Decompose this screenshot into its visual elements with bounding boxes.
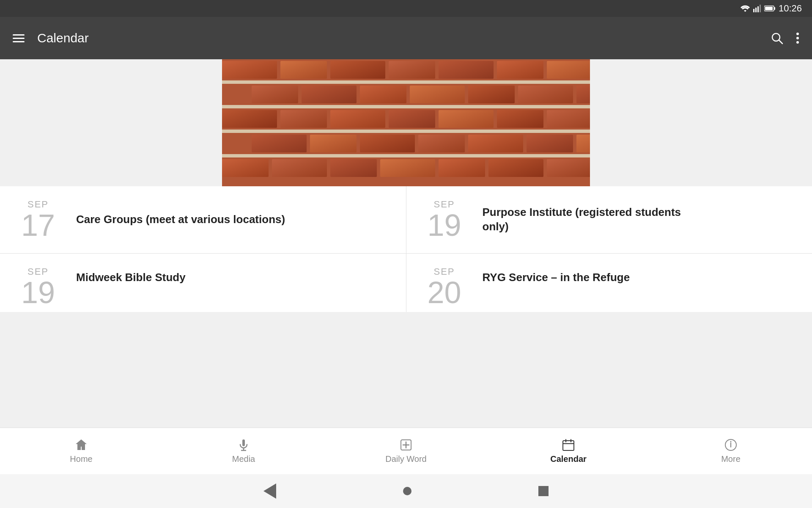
status-icons: 10:26 (741, 3, 802, 14)
battery-icon (764, 6, 775, 11)
svg-point-11 (796, 41, 799, 44)
svg-rect-1 (755, 8, 757, 12)
home-button[interactable] (403, 487, 411, 495)
events-container: SEP 17 Care Groups (meet at various loca… (0, 186, 812, 312)
signal-icon (753, 5, 761, 12)
nav-item-media[interactable]: Media (162, 428, 325, 474)
nav-item-more[interactable]: More (650, 428, 812, 474)
event-cell-3[interactable]: SEP 19 Midweek Bible Study (0, 254, 406, 312)
event-title-1: Care Groups (meet at various locations) (76, 213, 285, 227)
svg-point-10 (796, 37, 799, 39)
recents-button[interactable] (538, 486, 549, 496)
svg-point-24 (730, 441, 732, 442)
toolbar: Calendar (0, 17, 812, 59)
bottom-nav: Home Media Daily Word Calendar (0, 428, 812, 474)
nav-label-calendar: Calendar (550, 454, 587, 464)
more-icon (724, 438, 738, 452)
events-row-1: SEP 17 Care Groups (meet at various loca… (0, 186, 812, 254)
search-icon[interactable] (771, 32, 783, 44)
event-day-2: 19 (427, 210, 461, 240)
toolbar-actions (771, 32, 799, 44)
nav-label-more: More (721, 454, 741, 464)
event-day-3: 19 (21, 277, 55, 308)
event-title-2: Purpose Institute (registered students o… (483, 205, 694, 234)
svg-rect-12 (242, 439, 245, 446)
svg-rect-2 (757, 6, 759, 12)
more-vertical-icon[interactable] (796, 32, 799, 44)
svg-rect-6 (765, 7, 773, 10)
svg-rect-0 (753, 9, 754, 12)
nav-item-home[interactable]: Home (0, 428, 162, 474)
nav-label-media: Media (232, 454, 255, 464)
svg-rect-18 (563, 441, 574, 450)
home-icon (74, 438, 88, 452)
event-date-2: SEP 19 (423, 199, 466, 240)
event-date-4: SEP 20 (423, 266, 466, 308)
page-title: Calendar (37, 31, 771, 45)
status-time: 10:26 (779, 3, 802, 14)
hero-image (0, 59, 812, 186)
svg-rect-3 (760, 5, 761, 12)
event-day-1: 17 (21, 210, 55, 240)
event-date-1: SEP 17 (17, 199, 59, 240)
media-icon (237, 438, 250, 452)
back-button[interactable] (263, 483, 276, 499)
event-day-4: 20 (427, 277, 461, 308)
daily-word-icon (399, 438, 413, 452)
event-title-4: RYG Service – in the Refuge (483, 266, 630, 285)
system-nav (0, 474, 812, 508)
svg-point-9 (796, 33, 799, 35)
event-cell-2[interactable]: SEP 19 Purpose Institute (registered stu… (406, 186, 812, 253)
svg-line-8 (779, 40, 782, 44)
event-cell-1[interactable]: SEP 17 Care Groups (meet at various loca… (0, 186, 406, 253)
menu-button[interactable] (13, 34, 25, 42)
event-cell-4[interactable]: SEP 20 RYG Service – in the Refuge (406, 254, 812, 312)
nav-item-calendar[interactable]: Calendar (487, 428, 650, 474)
brick-wall (222, 59, 590, 186)
events-row-2: SEP 19 Midweek Bible Study SEP 20 RYG Se… (0, 254, 812, 312)
nav-item-daily-word[interactable]: Daily Word (325, 428, 487, 474)
svg-rect-5 (774, 7, 775, 10)
event-title-3: Midweek Bible Study (76, 266, 186, 285)
calendar-icon (562, 438, 575, 452)
wifi-icon (741, 5, 750, 12)
nav-label-daily-word: Daily Word (385, 454, 426, 464)
nav-label-home: Home (70, 454, 92, 464)
event-date-3: SEP 19 (17, 266, 59, 308)
status-bar: 10:26 (0, 0, 812, 17)
